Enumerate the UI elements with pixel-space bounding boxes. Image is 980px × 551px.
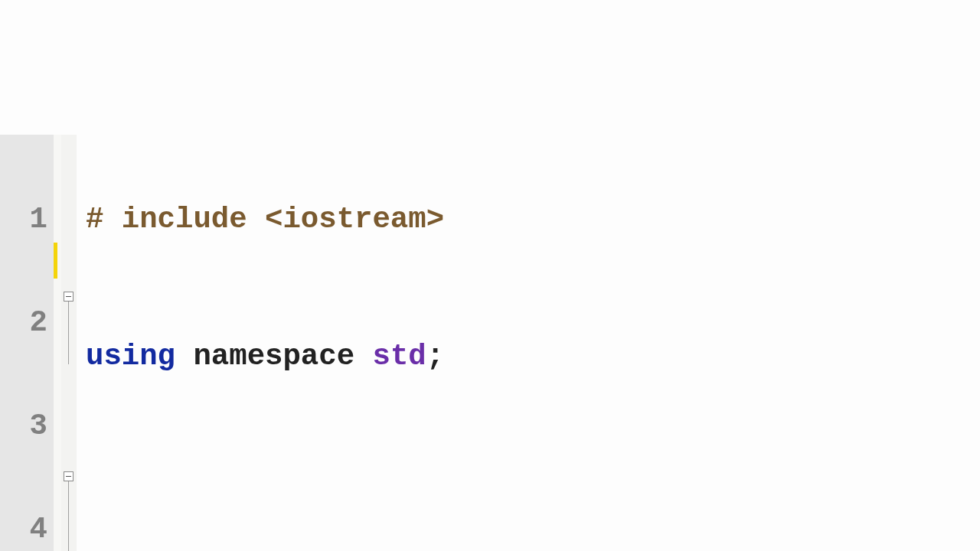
fold-column [61, 135, 77, 551]
fold-toggle-icon[interactable] [64, 292, 74, 302]
line-number: 2 [3, 305, 47, 341]
fold-guide [68, 481, 69, 551]
marker-column [54, 135, 61, 551]
code-line[interactable] [86, 476, 980, 512]
fold-guide [68, 302, 69, 364]
token-ident: namespace [175, 340, 372, 373]
token-keyword: using [86, 340, 175, 373]
line-number: 3 [3, 409, 47, 445]
change-marker-icon [54, 243, 57, 279]
line-number-gutter: 1 2 3 4 5 6 7 8 9 10 11 12 13 14 15 [0, 135, 54, 551]
code-editor[interactable]: 1 2 3 4 5 6 7 8 9 10 11 12 13 14 15 # in… [0, 135, 980, 551]
line-number: 4 [3, 512, 47, 548]
line-number: 1 [3, 202, 47, 238]
code-line[interactable]: # include <iostream> [86, 202, 980, 238]
token-header: <iostream> [265, 203, 444, 236]
fold-toggle-icon[interactable] [64, 471, 74, 481]
token-type: std [372, 340, 426, 373]
code-area[interactable]: # include <iostream> using namespace std… [77, 135, 980, 551]
token-punct: ; [426, 340, 444, 373]
code-line[interactable]: using namespace std; [86, 339, 980, 375]
